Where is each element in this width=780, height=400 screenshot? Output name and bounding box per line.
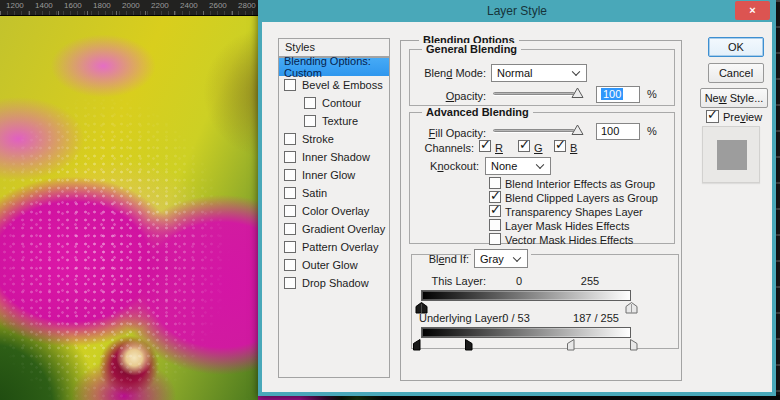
underlying-min-right-handle[interactable] [464, 339, 473, 351]
styles-item-outer-glow[interactable]: Outer Glow [279, 256, 389, 274]
underlying-right-values: 187 / 255 [565, 312, 627, 324]
this-layer-min-value: 0 [504, 275, 534, 287]
underlying-layer-gradient-bar[interactable] [421, 327, 631, 338]
channel-b-checkbox[interactable] [554, 140, 566, 152]
ok-button[interactable]: OK [708, 37, 764, 57]
styles-item-color-overlay[interactable]: Color Overlay [279, 202, 389, 220]
blend-if-select[interactable]: Gray [474, 249, 528, 268]
blend-interior-label: Blend Interior Effects as Group [505, 178, 655, 190]
styles-item-contour[interactable]: Contour [279, 94, 389, 112]
ruler-label: 1400 [35, 1, 53, 10]
blend-if-value: Gray [480, 253, 504, 265]
channel-r-checkbox[interactable] [479, 140, 491, 152]
preview-checkbox[interactable] [706, 110, 719, 123]
styles-item-label: Satin [302, 187, 327, 199]
dialog-titlebar[interactable]: Layer Style × [258, 0, 776, 22]
fill-opacity-slider[interactable] [493, 124, 581, 137]
ruler-label: 1600 [64, 1, 82, 10]
close-icon: × [749, 4, 755, 16]
styles-item-inner-glow[interactable]: Inner Glow [279, 166, 389, 184]
channel-r-label: R [495, 142, 503, 154]
checkbox-icon[interactable] [284, 241, 296, 253]
new-style-button[interactable]: New Style... [700, 88, 768, 108]
opacity-input[interactable]: 100 [596, 86, 640, 103]
fill-opacity-slider-handle[interactable] [571, 124, 584, 136]
group-title: General Blending [422, 43, 521, 55]
dialog-title: Layer Style [258, 0, 776, 22]
underlying-left-values: 0 / 53 [489, 312, 543, 324]
channels-label: Channels: [401, 142, 474, 154]
channel-g-checkbox[interactable] [518, 140, 530, 152]
styles-item-label: Contour [322, 97, 361, 109]
this-layer-gradient-bar[interactable] [421, 290, 631, 301]
ruler-label: 2000 [122, 1, 140, 10]
styles-item-drop-shadow[interactable]: Drop Shadow [279, 274, 389, 292]
this-layer-max-value: 255 [572, 275, 608, 287]
styles-item-label: Outer Glow [302, 259, 358, 271]
fill-opacity-value: 100 [601, 125, 619, 137]
checkbox-icon[interactable] [284, 169, 296, 181]
close-button[interactable]: × [735, 1, 770, 20]
opacity-value: 100 [601, 88, 623, 100]
checkbox-icon[interactable] [284, 259, 296, 271]
channel-g-label: G [534, 142, 543, 154]
opacity-slider-track[interactable] [493, 92, 575, 95]
checkbox-icon[interactable] [284, 151, 296, 163]
fill-opacity-slider-track[interactable] [493, 129, 575, 132]
fill-opacity-input[interactable]: 100 [596, 123, 640, 140]
opacity-slider-handle[interactable] [571, 87, 584, 99]
checkbox-icon[interactable] [284, 277, 296, 289]
checkbox-icon[interactable] [284, 133, 296, 145]
horizontal-ruler: 1200 1400 1600 1800 2000 2200 2400 2600 … [0, 0, 258, 16]
styles-item-label: Drop Shadow [302, 277, 369, 289]
fill-opacity-label: Fill Opacity: [401, 127, 486, 139]
underlying-min-left-handle[interactable] [412, 339, 421, 351]
chevron-down-icon [513, 253, 521, 261]
photoshop-workspace: 1200 1400 1600 1800 2000 2200 2400 2600 … [0, 0, 780, 400]
group-title: Advanced Blending [422, 106, 533, 118]
blend-mode-label: Blend Mode: [401, 67, 486, 79]
checkbox-icon[interactable] [304, 115, 316, 127]
styles-item-pattern-overlay[interactable]: Pattern Overlay [279, 238, 389, 256]
blend-mode-select[interactable]: Normal [491, 64, 587, 82]
canvas-photo-orchid [0, 16, 258, 400]
styles-item-label: Inner Shadow [302, 151, 370, 163]
styles-item-inner-shadow[interactable]: Inner Shadow [279, 148, 389, 166]
styles-list: Blending Options: Custom Bevel & Emboss … [278, 57, 390, 378]
styles-item-stroke[interactable]: Stroke [279, 130, 389, 148]
transparency-shapes-checkbox[interactable] [489, 205, 501, 217]
ruler-label: 2800 [238, 1, 256, 10]
vector-mask-hides-checkbox[interactable] [489, 233, 501, 245]
layer-mask-hides-label: Layer Mask Hides Effects [505, 220, 630, 232]
styles-item-gradient-overlay[interactable]: Gradient Overlay [279, 220, 389, 238]
background-panel-sliver [776, 0, 780, 400]
checkbox-icon[interactable] [284, 223, 296, 235]
vector-mask-hides-label: Vector Mask Hides Effects [505, 234, 633, 246]
blending-options-panel: Blending Options General Blending Blend … [400, 40, 682, 381]
checkbox-icon[interactable] [304, 97, 316, 109]
ruler-label: 1800 [93, 1, 111, 10]
checkbox-icon[interactable] [284, 205, 296, 217]
styles-item-satin[interactable]: Satin [279, 184, 389, 202]
dialog-body: Styles Blending Options: Custom Bevel & … [262, 22, 772, 392]
styles-item-blending-options[interactable]: Blending Options: Custom [279, 58, 389, 76]
checkbox-icon[interactable] [284, 187, 296, 199]
styles-item-label: Color Overlay [302, 205, 369, 217]
styles-item-label: Texture [322, 115, 358, 127]
chevron-down-icon [572, 67, 580, 75]
styles-item-bevel-emboss[interactable]: Bevel & Emboss [279, 76, 389, 94]
checkbox-icon[interactable] [284, 79, 296, 91]
knockout-value: None [491, 160, 517, 172]
opacity-slider[interactable] [493, 87, 581, 100]
styles-item-texture[interactable]: Texture [279, 112, 389, 130]
underlying-max-right-handle[interactable] [629, 339, 638, 351]
knockout-select[interactable]: None [485, 157, 551, 175]
layer-mask-hides-checkbox[interactable] [489, 219, 501, 231]
chevron-down-icon [536, 160, 544, 168]
blend-if-label: Blend If: [401, 253, 469, 265]
styles-item-label: Bevel & Emboss [302, 79, 383, 91]
underlying-max-left-handle[interactable] [566, 339, 575, 351]
cancel-button[interactable]: Cancel [708, 63, 764, 83]
preview-swatch [702, 126, 760, 183]
ruler-label: 1200 [6, 1, 24, 10]
